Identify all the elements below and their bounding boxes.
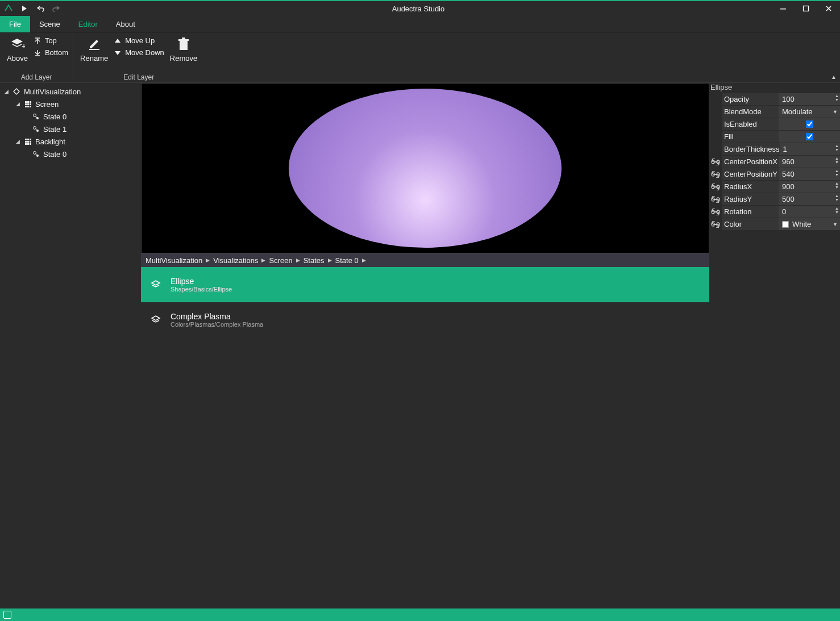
svg-rect-15	[30, 106, 31, 107]
property-label: BorderThickness	[722, 143, 780, 156]
menu-about[interactable]: About	[107, 16, 144, 32]
property-row: IsEnabled	[709, 118, 840, 131]
svg-rect-0	[780, 9, 786, 10]
layer-path: Shapes/Basics/Ellipse	[171, 286, 232, 293]
property-value-cell[interactable]: 540▲▼	[779, 168, 840, 181]
property-value[interactable]: 0	[782, 207, 786, 216]
add-layer-top-button[interactable]: Top	[34, 36, 68, 45]
link-icon[interactable]	[709, 221, 722, 228]
menu-scene[interactable]: Scene	[30, 16, 69, 32]
property-value-cell[interactable]: Modulate▼	[779, 106, 840, 118]
property-value[interactable]: 900	[782, 182, 795, 191]
svg-rect-23	[25, 141, 27, 143]
add-layer-bottom-button[interactable]: Bottom	[34, 48, 68, 57]
property-value-cell[interactable]: 0▲▼	[779, 206, 840, 218]
svg-rect-26	[25, 143, 27, 145]
breadcrumb: MultiVisualization▶ Visualizations▶ Scre…	[141, 253, 709, 267]
menu-file[interactable]: File	[0, 16, 30, 32]
tree-node-backlight[interactable]: ◢ Backlight	[0, 135, 141, 148]
property-label: Rotation	[722, 206, 779, 218]
expand-icon[interactable]: ◢	[3, 89, 9, 94]
property-value-cell[interactable]: 1▲▼	[780, 143, 840, 156]
svg-rect-7	[25, 101, 27, 103]
layer-item[interactable]: Complex Plasma Colors/Plasmas/Complex Pl…	[141, 302, 709, 337]
tree-node-state[interactable]: State 0	[0, 148, 141, 160]
statusbar	[0, 609, 840, 621]
breadcrumb-item[interactable]: Screen	[269, 256, 292, 265]
spinner-icon[interactable]: ▲▼	[835, 94, 839, 102]
move-up-button[interactable]: Move Up	[114, 36, 164, 45]
property-label: Color	[722, 218, 779, 231]
svg-text:+: +	[22, 41, 25, 51]
redo-icon[interactable]	[51, 3, 61, 14]
spinner-icon[interactable]: ▲▼	[835, 156, 839, 164]
close-button[interactable]	[817, 1, 840, 16]
chevron-down-icon[interactable]: ▼	[833, 109, 838, 115]
scene-tree[interactable]: ◢ MultiVisualization ◢ Screen State 0 St…	[0, 83, 141, 609]
link-icon[interactable]	[709, 196, 722, 203]
property-row: BlendMode Modulate▼	[709, 106, 840, 118]
undo-icon[interactable]	[35, 3, 45, 14]
ribbon-collapse-icon[interactable]: ▲	[831, 74, 837, 80]
play-icon[interactable]	[19, 3, 30, 14]
breadcrumb-item[interactable]: MultiVisualization	[145, 256, 202, 265]
spinner-icon[interactable]: ▲▼	[835, 169, 839, 177]
breadcrumb-item[interactable]: State 0	[335, 256, 359, 265]
spinner-icon[interactable]: ▲▼	[835, 194, 839, 202]
grid-icon	[24, 137, 32, 145]
rename-button[interactable]: Rename	[78, 35, 110, 71]
property-label: CenterPositionY	[722, 168, 779, 181]
spinner-icon[interactable]: ▲▼	[835, 144, 839, 152]
link-icon[interactable]	[709, 209, 722, 215]
maximize-button[interactable]	[795, 1, 817, 16]
move-down-button[interactable]: Move Down	[114, 48, 164, 57]
property-value-cell[interactable]: 500▲▼	[779, 193, 840, 206]
remove-button[interactable]: Remove	[168, 35, 199, 71]
status-icon[interactable]	[3, 611, 11, 619]
breadcrumb-item[interactable]: States	[303, 256, 325, 265]
link-icon[interactable]	[709, 184, 722, 190]
add-layer-above-button[interactable]: + Above	[5, 35, 30, 71]
property-value[interactable]: 100	[782, 95, 795, 103]
chevron-down-icon[interactable]: ▼	[833, 222, 838, 227]
breadcrumb-item[interactable]: Visualizations	[213, 256, 258, 265]
property-value-cell[interactable]: White▼	[779, 218, 840, 231]
move-down-label: Move Down	[125, 48, 164, 57]
menu-editor[interactable]: Editor	[69, 16, 107, 32]
tree-node-screen[interactable]: ◢ Screen	[0, 98, 141, 110]
tree-node-state[interactable]: State 0	[0, 110, 141, 123]
chevron-right-icon: ▶	[296, 257, 300, 263]
tree-node-root[interactable]: ◢ MultiVisualization	[0, 85, 141, 98]
expand-icon[interactable]: ◢	[15, 101, 20, 107]
property-label: IsEnabled	[722, 118, 779, 131]
expand-icon[interactable]: ◢	[15, 139, 20, 144]
property-value[interactable]: 540	[782, 170, 795, 178]
property-value[interactable]: Modulate	[782, 107, 812, 116]
preview-ellipse-shape	[289, 89, 562, 248]
property-value[interactable]: 500	[782, 195, 795, 203]
property-value-cell[interactable]: 960▲▼	[779, 156, 840, 168]
property-value[interactable]: 960	[782, 157, 795, 166]
spinner-icon[interactable]: ▲▼	[835, 206, 839, 214]
property-value-cell[interactable]	[779, 118, 840, 131]
preview-viewport[interactable]	[141, 83, 709, 253]
svg-rect-10	[25, 103, 27, 105]
property-checkbox[interactable]	[806, 120, 813, 128]
property-value-cell[interactable]	[779, 131, 840, 143]
svg-rect-25	[30, 141, 31, 143]
svg-rect-27	[27, 143, 29, 145]
link-icon[interactable]	[709, 159, 722, 165]
property-value[interactable]: 1	[783, 145, 787, 153]
color-swatch[interactable]	[782, 221, 789, 228]
link-icon[interactable]	[709, 171, 722, 178]
spinner-icon[interactable]: ▲▼	[835, 181, 839, 189]
property-value-cell[interactable]: 100▲▼	[779, 93, 840, 106]
property-row: BorderThickness 1▲▼	[709, 143, 840, 156]
minimize-button[interactable]	[772, 1, 795, 16]
property-value[interactable]: White	[792, 220, 811, 228]
property-checkbox[interactable]	[806, 133, 813, 140]
layer-item[interactable]: Ellipse Shapes/Basics/Ellipse	[141, 267, 709, 302]
tree-node-state[interactable]: State 1	[0, 123, 141, 135]
property-row: Opacity 100▲▼	[709, 93, 840, 106]
property-value-cell[interactable]: 900▲▼	[779, 181, 840, 193]
